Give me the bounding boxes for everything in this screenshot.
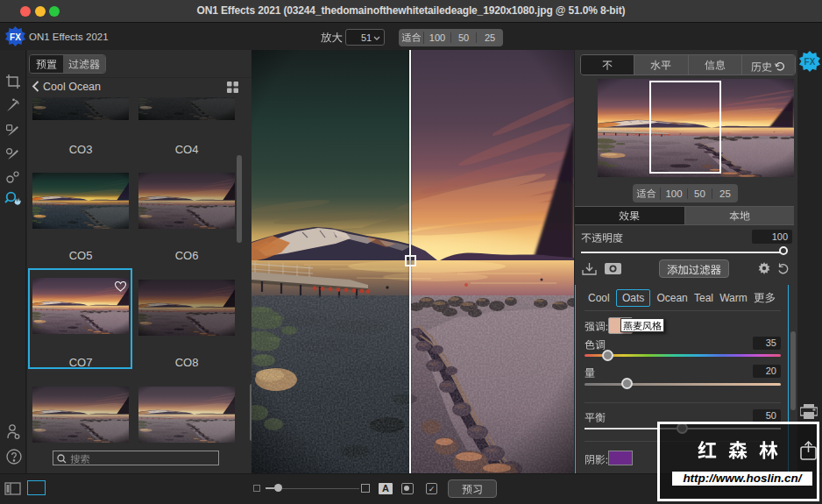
svg-text:FX: FX xyxy=(10,32,21,42)
svg-text:FX: FX xyxy=(804,57,816,67)
